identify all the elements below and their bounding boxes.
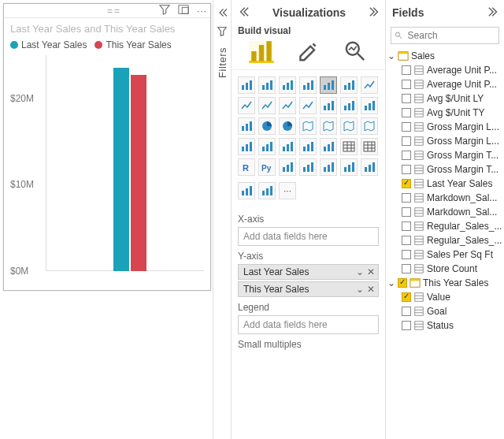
checkbox[interactable] bbox=[402, 193, 411, 203]
viz-type-card[interactable] bbox=[258, 138, 276, 155]
field-row[interactable]: Markdown_Sal... bbox=[387, 205, 502, 219]
filters-pane-toggle-icon[interactable] bbox=[217, 26, 228, 39]
viz-type-q-and-a[interactable] bbox=[320, 158, 337, 176]
checkbox[interactable] bbox=[402, 179, 411, 188]
checkbox[interactable] bbox=[402, 165, 411, 174]
field-row[interactable]: Gross Margin L... bbox=[387, 120, 502, 134]
legend-item[interactable]: Last Year Sales bbox=[10, 39, 87, 50]
expand-left-icon[interactable] bbox=[217, 8, 227, 20]
filter-icon[interactable] bbox=[159, 4, 170, 17]
viz-type-scatter[interactable] bbox=[238, 117, 255, 135]
chevron-down-icon[interactable]: ⌄ bbox=[387, 277, 395, 288]
legend-item[interactable]: This Year Sales bbox=[94, 39, 171, 50]
checkbox[interactable] bbox=[402, 65, 411, 75]
viz-type-treemap[interactable] bbox=[299, 117, 317, 135]
field-row[interactable]: Regular_Sales_... bbox=[387, 233, 502, 247]
checkbox[interactable] bbox=[398, 278, 407, 288]
viz-type-clustered-column[interactable] bbox=[320, 76, 337, 94]
tab-format[interactable] bbox=[295, 41, 321, 63]
more-options-icon[interactable]: ··· bbox=[197, 6, 207, 17]
well-yaxis[interactable]: Last Year Sales⌄✕This Year Sales⌄✕ bbox=[238, 264, 379, 297]
focus-mode-icon[interactable] bbox=[178, 4, 189, 17]
checkbox[interactable] bbox=[402, 236, 411, 245]
field-row[interactable]: Average Unit P... bbox=[387, 77, 502, 91]
visual-card[interactable]: == ··· Last Year Sales and This Year Sal… bbox=[3, 3, 211, 291]
viz-type-line-clustered-column[interactable] bbox=[299, 97, 317, 114]
viz-type-matrix[interactable] bbox=[361, 138, 378, 155]
viz-type-funnel[interactable] bbox=[361, 97, 378, 114]
chevron-down-icon[interactable]: ⌄ bbox=[387, 50, 395, 61]
viz-type-map[interactable] bbox=[320, 117, 337, 135]
tab-build[interactable] bbox=[249, 41, 274, 63]
checkbox[interactable] bbox=[402, 221, 411, 231]
viz-type-power-apps[interactable] bbox=[258, 182, 276, 199]
viz-type-clustered-bar[interactable] bbox=[258, 76, 276, 94]
field-row[interactable]: Markdown_Sal... bbox=[387, 191, 502, 205]
chevron-down-icon[interactable]: ⌄ bbox=[356, 284, 364, 295]
checkbox[interactable] bbox=[402, 122, 411, 132]
checkbox[interactable] bbox=[402, 80, 411, 89]
viz-type-line[interactable] bbox=[361, 76, 378, 94]
viz-type-azure-map[interactable] bbox=[361, 117, 378, 135]
viz-type-paginated-report[interactable] bbox=[361, 158, 378, 176]
field-row[interactable]: Gross Margin L... bbox=[387, 134, 502, 148]
viz-type-area[interactable] bbox=[238, 97, 255, 114]
remove-icon[interactable]: ✕ bbox=[367, 266, 375, 277]
checkbox[interactable] bbox=[402, 207, 411, 217]
drag-grip-icon[interactable]: == bbox=[107, 6, 121, 17]
viz-type-line-stacked-column[interactable] bbox=[279, 97, 296, 114]
viz-type-multi-row-card[interactable] bbox=[279, 138, 296, 155]
viz-type-decomposition-tree[interactable] bbox=[299, 158, 317, 176]
field-row[interactable]: Value bbox=[387, 290, 502, 304]
chevron-down-icon[interactable]: ⌄ bbox=[356, 266, 364, 277]
viz-type-kpi[interactable] bbox=[299, 138, 317, 155]
well-legend[interactable]: Add data fields here bbox=[238, 315, 379, 334]
field-row[interactable]: Regular_Sales_... bbox=[387, 219, 502, 233]
checkbox[interactable] bbox=[402, 321, 411, 330]
field-row[interactable]: Last Year Sales bbox=[387, 177, 502, 191]
filters-pane-collapsed[interactable]: Filters bbox=[213, 0, 232, 439]
viz-type-py-visual[interactable]: Py bbox=[258, 158, 276, 176]
field-row[interactable]: Gross Margin T... bbox=[387, 162, 502, 177]
expand-left-icon[interactable] bbox=[238, 6, 249, 20]
field-pill[interactable]: This Year Sales⌄✕ bbox=[238, 281, 379, 297]
checkbox[interactable] bbox=[402, 250, 411, 259]
viz-type-gauge[interactable] bbox=[238, 138, 255, 155]
checkbox[interactable] bbox=[402, 136, 411, 146]
search-input[interactable] bbox=[406, 29, 495, 42]
checkbox[interactable] bbox=[402, 108, 411, 117]
collapse-right-icon[interactable] bbox=[488, 6, 499, 20]
field-row[interactable]: Store Count bbox=[387, 262, 502, 276]
remove-icon[interactable]: ✕ bbox=[367, 284, 375, 295]
viz-type-table[interactable] bbox=[340, 138, 358, 155]
checkbox[interactable] bbox=[402, 94, 411, 103]
viz-type-donut[interactable] bbox=[279, 117, 296, 135]
collapse-right-icon[interactable] bbox=[369, 6, 380, 20]
checkbox[interactable] bbox=[402, 264, 411, 273]
field-pill[interactable]: Last Year Sales⌄✕ bbox=[238, 264, 379, 280]
viz-type-r-visual[interactable]: R bbox=[238, 158, 255, 176]
field-row[interactable]: Avg $/Unit LY bbox=[387, 91, 502, 106]
table-row[interactable]: ⌄Sales bbox=[387, 49, 502, 63]
viz-type-filled-map[interactable] bbox=[340, 117, 358, 135]
field-row[interactable]: Average Unit P... bbox=[387, 63, 502, 77]
viz-type-waterfall[interactable] bbox=[340, 97, 358, 114]
field-row[interactable]: Goal bbox=[387, 304, 502, 318]
well-xaxis[interactable]: Add data fields here bbox=[238, 227, 379, 246]
bar-last-year-sales[interactable] bbox=[113, 68, 129, 271]
field-row[interactable]: Sales Per Sq Ft bbox=[387, 247, 502, 262]
viz-type-stacked-bar[interactable] bbox=[238, 76, 255, 94]
checkbox[interactable] bbox=[402, 292, 411, 302]
field-row[interactable]: Status bbox=[387, 318, 502, 333]
viz-type-stacked-bar-100[interactable] bbox=[279, 76, 296, 94]
viz-type-slicer[interactable] bbox=[320, 138, 337, 155]
viz-type-pie[interactable] bbox=[258, 117, 276, 135]
field-row[interactable]: Gross Margin T... bbox=[387, 148, 502, 162]
viz-type-stacked-area[interactable] bbox=[258, 97, 276, 114]
table-row[interactable]: ⌄This Year Sales bbox=[387, 276, 502, 290]
viz-type-smart-narrative[interactable] bbox=[340, 158, 358, 176]
checkbox[interactable] bbox=[402, 151, 411, 160]
viz-type-arcgis[interactable] bbox=[238, 182, 255, 199]
fields-search[interactable] bbox=[391, 27, 499, 44]
viz-type-stacked-column-100[interactable] bbox=[340, 76, 358, 94]
